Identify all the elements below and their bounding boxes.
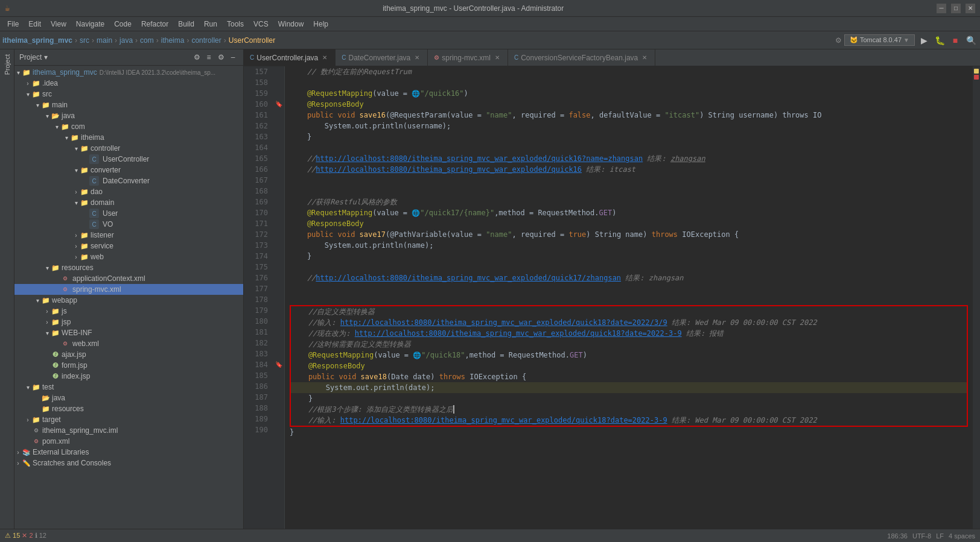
breadcrumb-class[interactable]: UserController	[229, 36, 275, 45]
stop-button[interactable]: ■	[949, 34, 962, 47]
tree-item-vo[interactable]: C VO	[14, 219, 243, 230]
menu-navigate[interactable]: Navigate	[71, 19, 109, 30]
tree-item-dao[interactable]: › 📁 dao	[14, 186, 243, 197]
bookmark-160[interactable]: 🔖	[273, 99, 284, 110]
menu-view[interactable]: View	[46, 19, 71, 30]
code-line-182: //这时候需要自定义类型转换器	[291, 339, 967, 350]
breadcrumb-project[interactable]: itheima_spring_mvc	[2, 36, 72, 45]
vtab-project[interactable]: Project	[1, 49, 13, 80]
breadcrumb-itheima[interactable]: itheima	[161, 36, 185, 45]
tomcat-selector[interactable]: 🐱 Tomcat 8.0.47 ▼	[844, 34, 915, 46]
tree-item-test-resources[interactable]: 📁 resources	[14, 403, 243, 414]
breadcrumb-src[interactable]: src	[80, 36, 89, 45]
folder-icon: 📁	[31, 78, 41, 88]
code-line-166: //http://localhost:8080/itheima_spring_m…	[290, 164, 968, 175]
tree-item-test[interactable]: ▾ 📁 test	[14, 382, 243, 392]
tree-item-resources[interactable]: ▾ 📁 resources	[14, 262, 243, 273]
menu-run[interactable]: Run	[199, 19, 222, 30]
tree-item-js[interactable]: › 📁 js	[14, 306, 243, 317]
sidebar-collapse-button[interactable]: ≡	[203, 52, 214, 63]
breadcrumb-java[interactable]: java	[119, 36, 133, 45]
maximize-button[interactable]: □	[951, 4, 961, 13]
sidebar-close-button[interactable]: –	[228, 52, 238, 63]
tree-item-controller[interactable]: ▾ 📁 controller	[14, 143, 243, 154]
menu-code[interactable]: Code	[109, 19, 136, 30]
minimize-button[interactable]: ─	[937, 4, 946, 13]
tree-item-java[interactable]: ▾ 📂 java	[14, 110, 243, 121]
tree-item-springmvc[interactable]: ⚙ spring-mvc.xml	[14, 284, 243, 295]
breadcrumb-controller[interactable]: controller	[191, 36, 221, 45]
title-bar-title: itheima_spring_mvc - UserController.java…	[383, 4, 564, 13]
tree-item-domain[interactable]: ▾ 📁 domain	[14, 197, 243, 208]
tree-item-main[interactable]: ▾ 📁 main	[14, 99, 243, 110]
bookmark-184[interactable]: 🔖	[273, 359, 284, 370]
breadcrumb-com[interactable]: com	[140, 36, 154, 45]
tree-item-itheima[interactable]: ▾ 📁 itheima	[14, 132, 243, 143]
tab-close-conversionservice[interactable]: ✕	[640, 54, 649, 62]
code-line-158	[290, 77, 968, 88]
folder-jsp-icon: 📁	[51, 317, 60, 327]
close-button[interactable]: ✕	[966, 4, 975, 13]
code-content[interactable]: // 数约定在前的RequestTrum @RequestMapping(val…	[285, 66, 973, 529]
tree-item-converter[interactable]: ▾ 📁 converter	[14, 165, 243, 175]
menu-edit[interactable]: Edit	[24, 19, 46, 30]
debug-button[interactable]: 🐛	[933, 34, 946, 47]
tree-item-com[interactable]: ▾ 📁 com	[14, 121, 243, 132]
scratches-icon: ✏️	[22, 458, 31, 468]
tab-close-springmvc[interactable]: ✕	[493, 54, 501, 62]
sidebar-settings-button[interactable]: ⚙	[215, 52, 226, 63]
menu-build[interactable]: Build	[173, 19, 199, 30]
tree-item-index[interactable]: 🅙 index.jsp	[14, 371, 243, 382]
code-line-179: //自定义类型转换器	[291, 306, 967, 317]
sidebar: Project ▾ ⚙ ≡ ⚙ – ▾ 📁 itheima_spring_mvc…	[14, 49, 244, 529]
menu-file[interactable]: File	[2, 19, 24, 30]
sidebar-gear-button[interactable]: ⚙	[191, 52, 202, 63]
xml-appcontext-icon: ⚙	[60, 274, 70, 283]
tree-item-dateconverter[interactable]: C DateConverter	[14, 175, 243, 186]
tree-item-external[interactable]: › 📚 External Libraries	[14, 447, 243, 458]
tree-item-user[interactable]: C User	[14, 208, 243, 219]
tree-item-webinf[interactable]: ▾ 📁 WEB-INF	[14, 327, 243, 338]
tab-close-dateconverter[interactable]: ✕	[413, 54, 421, 62]
tree-item-form[interactable]: 🅙 form.jsp	[14, 360, 243, 371]
editor-area: C UserController.java ✕ C DateConverter.…	[244, 49, 980, 529]
tree-item-test-java[interactable]: 📂 java	[14, 392, 243, 403]
tree-item-pom[interactable]: ⚙ pom.xml	[14, 436, 243, 447]
tree-item-service[interactable]: › 📁 service	[14, 241, 243, 251]
tab-conversionservice[interactable]: C ConversionServiceFactoryBean.java ✕	[508, 49, 655, 66]
tree-item-appcontext[interactable]: ⚙ applicationContext.xml	[14, 273, 243, 284]
tree-item-jsp[interactable]: › 📁 jsp	[14, 317, 243, 327]
menu-tools[interactable]: Tools	[222, 19, 249, 30]
right-gutter	[973, 66, 980, 529]
menu-help[interactable]: Help	[308, 19, 333, 30]
tree-item-ajax[interactable]: 🅙 ajax.jsp	[14, 349, 243, 360]
tab-close-usercontroller[interactable]: ✕	[320, 54, 329, 62]
code-line-181: //现在改为: http://localhost:8080/itheima_sp…	[291, 328, 967, 339]
menu-refactor[interactable]: Refactor	[136, 19, 173, 30]
tree-item-iml[interactable]: ⚙ itheima_spring_mvc.iml	[14, 425, 243, 436]
tree-item-webxml[interactable]: ⚙ web.xml	[14, 338, 243, 349]
code-line-188: //根据3个步骤: 添加自定义类型转换器之后	[291, 404, 967, 415]
code-line-169: //获得Restful风格的参数	[290, 197, 968, 207]
search-button[interactable]: 🔍	[964, 34, 978, 47]
menu-vcs[interactable]: VCS	[249, 19, 273, 30]
code-line-168	[290, 186, 968, 197]
tree-item-idea[interactable]: › 📁 .idea	[14, 78, 243, 89]
tree-item-webapp[interactable]: ▾ 📁 webapp	[14, 295, 243, 306]
tab-label-dateconverter: DateConverter.java	[349, 54, 411, 62]
tree-label-project: itheima_spring_mvc	[33, 68, 97, 77]
tab-usercontroller[interactable]: C UserController.java ✕	[244, 49, 336, 66]
breadcrumb-main[interactable]: main	[97, 36, 112, 45]
tree-item-web[interactable]: › 📁 web	[14, 251, 243, 262]
tree-item-project[interactable]: ▾ 📁 itheima_spring_mvc D:\IntelliJ IDEA …	[14, 67, 243, 78]
tab-dateconverter[interactable]: C DateConverter.java ✕	[336, 49, 428, 66]
tree-item-scratches[interactable]: › ✏️ Scratches and Consoles	[14, 458, 243, 468]
menu-window[interactable]: Window	[273, 19, 309, 30]
tree-item-listener[interactable]: › 📁 listener	[14, 230, 243, 241]
tree-item-usercontroller[interactable]: C UserController	[14, 154, 243, 165]
folder-js-icon: 📁	[51, 306, 60, 316]
tree-item-src[interactable]: ▾ 📁 src	[14, 89, 243, 99]
tree-item-target[interactable]: › 📁 target	[14, 414, 243, 425]
run-button[interactable]: ▶	[917, 34, 931, 47]
tab-springmvc[interactable]: ⚙ spring-mvc.xml ✕	[428, 49, 508, 66]
